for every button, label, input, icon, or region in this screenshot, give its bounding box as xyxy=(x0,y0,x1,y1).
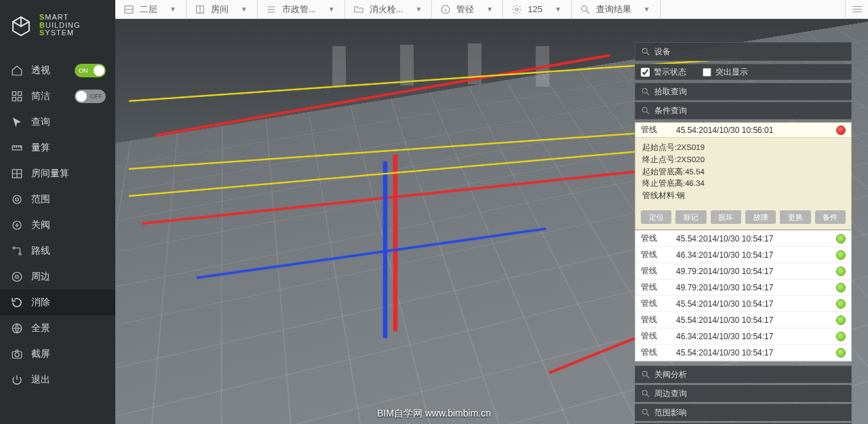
svg-line-26 xyxy=(647,112,650,115)
topbar-item-label: 房间 xyxy=(211,3,229,16)
svg-line-22 xyxy=(647,53,650,56)
status-dot-green-icon xyxy=(836,315,846,325)
shortcut-label: 周边查询 xyxy=(654,388,687,400)
hamburger-menu[interactable] xyxy=(845,0,868,18)
sidebar-item-valve[interactable]: 关阀 xyxy=(0,212,115,238)
chevron-down-icon: ▼ xyxy=(241,5,248,13)
sidebar-item-rooms[interactable]: 房间量算 xyxy=(0,161,115,187)
device-search[interactable]: 设备 xyxy=(635,42,852,61)
result-timestamp: 45.54:2014/10/30 10:54:17 xyxy=(676,348,836,358)
sidebar-item-label: 全景 xyxy=(31,322,50,334)
result-timestamp: 49.79:2014/10/30 10:54:17 xyxy=(676,283,836,292)
result-timestamp: 45.54:2014/10/30 10:54:17 xyxy=(676,299,836,309)
result-row[interactable]: 管线46.34:2014/10/30 10:54:17 xyxy=(635,328,851,345)
right-panel: 设备 警示状态 突出显示 拾取查询 条件查询 管线 45.54:2014/10/… xyxy=(635,42,852,424)
info-icon xyxy=(440,4,451,15)
floor-icon xyxy=(123,4,134,15)
sidebar-item-camera[interactable]: 截屏 xyxy=(0,341,115,367)
result-row[interactable]: 管线49.79:2014/10/30 10:54:17 xyxy=(635,280,851,296)
sidebar-item-label: 简洁 xyxy=(31,90,50,102)
watermark: BIM自学网 www.bimbim.cn xyxy=(377,408,491,420)
sidebar-item-cursor[interactable]: 查询 xyxy=(0,109,115,135)
result-row[interactable]: 管线45.54:2014/10/30 10:54:17 xyxy=(635,345,851,361)
chevron-down-icon: ▼ xyxy=(170,5,176,13)
logo-mark-icon xyxy=(9,14,33,37)
sidebar-item-home[interactable]: 透视 xyxy=(0,58,115,83)
logo-text: SSMARTMART BUILDING SYSTEM xyxy=(39,14,81,37)
topbar-item-list[interactable]: 市政管...▼ xyxy=(258,0,345,18)
topbar-item-room[interactable]: 房间▼ xyxy=(186,0,258,18)
route-icon xyxy=(9,245,24,257)
selected-name: 管线 xyxy=(641,124,676,136)
toggle-grid[interactable] xyxy=(75,90,106,103)
svg-point-10 xyxy=(19,253,21,255)
check-highlight[interactable]: 突出显示 xyxy=(703,66,748,78)
search-icon xyxy=(641,408,650,417)
svg-point-29 xyxy=(642,390,647,395)
result-name: 管线 xyxy=(641,265,676,277)
around-icon xyxy=(9,271,24,283)
search-icon xyxy=(580,4,591,15)
check-warning-input[interactable] xyxy=(641,68,650,77)
result-name: 管线 xyxy=(641,282,676,293)
svg-point-11 xyxy=(16,275,19,278)
check-warning[interactable]: 警示状态 xyxy=(641,66,686,78)
detail-line: 终止点号:2XS020 xyxy=(642,154,844,166)
action-故障[interactable]: 故障 xyxy=(745,210,776,224)
result-list[interactable]: 管线45.54:2014/10/30 10:54:17管线46.34:2014/… xyxy=(635,230,852,362)
result-timestamp: 46.34:2014/10/30 10:54:17 xyxy=(676,332,836,341)
status-dot-green-icon xyxy=(836,267,846,276)
sidebar-item-grid[interactable]: 简洁 xyxy=(0,83,115,109)
action-定位[interactable]: 定位 xyxy=(641,210,671,224)
result-row[interactable]: 管线46.34:2014/10/30 10:54:17 xyxy=(635,247,851,263)
sidebar-item-ruler[interactable]: 量算 xyxy=(0,135,115,161)
selected-detail: 起始点号:2XS019终止点号:2XS020起始管底高:45.54终止管底高:4… xyxy=(635,138,851,208)
action-备件[interactable]: 备件 xyxy=(815,210,846,224)
device-search-placeholder: 设备 xyxy=(654,46,671,58)
display-options: 警示状态 突出显示 xyxy=(635,64,852,80)
search-icon xyxy=(641,106,650,115)
result-row[interactable]: 管线49.79:2014/10/30 10:54:17 xyxy=(635,263,851,280)
sidebar-item-route[interactable]: 路线 xyxy=(0,238,115,264)
action-更换[interactable]: 更换 xyxy=(780,210,810,224)
topbar-item-label: 二层 xyxy=(140,3,157,16)
topbar-item-label: 管径 xyxy=(456,3,474,16)
result-row[interactable]: 管线45.54:2014/10/30 10:54:17 xyxy=(635,296,851,312)
toggle-home[interactable] xyxy=(75,64,106,77)
shortcut-label: 范围影响 xyxy=(654,407,687,419)
globe-icon xyxy=(9,322,24,334)
shortcut-关阀分析[interactable]: 关阀分析 xyxy=(635,366,852,383)
selected-header[interactable]: 管线 45.54:2014/10/30 10:56:01 xyxy=(635,123,851,138)
result-row[interactable]: 管线45.54:2014/10/30 10:54:17 xyxy=(635,312,851,328)
action-标记[interactable]: 标记 xyxy=(675,210,706,224)
action-损坏[interactable]: 损坏 xyxy=(711,210,741,224)
result-row[interactable]: 管线45.54:2014/10/30 10:54:17 xyxy=(635,231,851,247)
sidebar-item-scope[interactable]: 范围 xyxy=(0,187,115,212)
topbar-item-floor[interactable]: 二层▼ xyxy=(115,0,186,18)
condition-query-label: 条件查询 xyxy=(654,105,687,117)
shortcut-范围影响[interactable]: 范围影响 xyxy=(635,404,852,421)
sidebar-item-globe[interactable]: 全景 xyxy=(0,315,115,341)
topbar-item-folder[interactable]: 消火栓...▼ xyxy=(345,0,433,18)
svg-rect-2 xyxy=(12,97,16,100)
undo-icon xyxy=(9,296,24,309)
ruler-icon xyxy=(9,142,24,154)
chevron-down-icon: ▼ xyxy=(555,5,561,13)
sidebar-item-around[interactable]: 周边 xyxy=(0,264,115,290)
check-highlight-input[interactable] xyxy=(703,68,711,77)
svg-point-23 xyxy=(642,88,647,93)
topbar-item-gear[interactable]: 125▼ xyxy=(503,0,572,18)
topbar-item-info[interactable]: 管径▼ xyxy=(432,0,503,18)
chevron-down-icon: ▼ xyxy=(644,5,650,13)
result-name: 管线 xyxy=(641,330,676,342)
topbar-item-search[interactable]: 查询结果▼ xyxy=(572,0,660,18)
pick-query-button[interactable]: 拾取查询 xyxy=(635,83,852,100)
condition-query-button[interactable]: 条件查询 xyxy=(635,102,852,119)
svg-point-20 xyxy=(581,5,587,11)
sidebar-item-power[interactable]: 退出 xyxy=(0,367,115,393)
sidebar-item-undo[interactable]: 消除 xyxy=(0,290,115,315)
shortcut-周边查询[interactable]: 周边查询 xyxy=(635,385,852,402)
svg-rect-0 xyxy=(12,92,16,95)
result-timestamp: 49.79:2014/10/30 10:54:17 xyxy=(676,267,836,276)
logo: SSMARTMART BUILDING SYSTEM xyxy=(0,0,115,54)
